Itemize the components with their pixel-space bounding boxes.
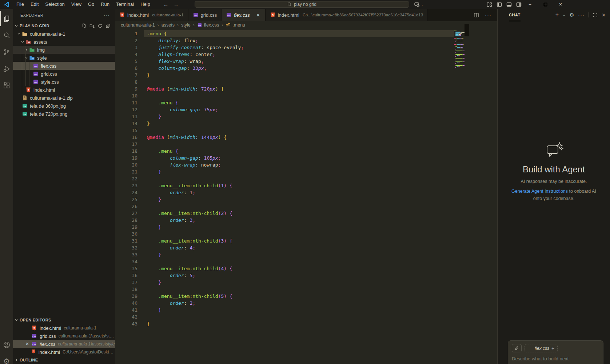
tree-item-flex-css[interactable]: cssflex.css: [13, 62, 115, 70]
copilot-menu[interactable]: ⌄: [414, 0, 424, 9]
chat-input-box[interactable]: flex.css + Describe what to build next A…: [508, 340, 603, 364]
css-file-icon: css: [193, 12, 199, 18]
code-line: 13 }: [115, 113, 497, 120]
editor-more-actions-icon[interactable]: ···: [485, 12, 491, 18]
activity-bar: ⚙: [0, 9, 13, 364]
code-line: 33 }: [115, 251, 497, 258]
outline-header[interactable]: OUTLINE: [13, 356, 115, 364]
scrollbar-thumb[interactable]: [465, 24, 469, 36]
minimap[interactable]: [454, 31, 471, 78]
indent-guide: [22, 70, 22, 78]
menu-terminal[interactable]: Terminal: [113, 0, 137, 9]
close-editor-icon[interactable]: ✕: [25, 341, 30, 347]
explorer-icon[interactable]: [0, 11, 13, 26]
code-line: 29 }: [115, 224, 497, 231]
menubar: FileEditSelectionViewGoRunTerminalHelp: [13, 0, 154, 9]
nav-back-icon[interactable]: ←: [163, 1, 168, 7]
menu-help[interactable]: Help: [137, 0, 154, 9]
close-tab-icon[interactable]: ✕: [256, 12, 261, 18]
minimap-line: [459, 59, 460, 60]
tab-chat[interactable]: CHAT: [509, 9, 521, 21]
open-editor-index-html[interactable]: 5index.htmlculturama-aula-1: [13, 324, 115, 332]
open-editor-index-html[interactable]: 5index.htmlC:\Users\Augusto\Desktop\Alur…: [13, 348, 115, 356]
breadcrumb-item-assets[interactable]: assets: [162, 23, 175, 28]
extensions-icon[interactable]: [0, 78, 13, 93]
tree-item-style[interactable]: style: [13, 54, 115, 62]
toggle-panel-bottom-icon[interactable]: [506, 2, 512, 7]
account-icon[interactable]: [0, 337, 13, 352]
code-line: 14}: [115, 120, 497, 127]
maximize-button[interactable]: [538, 0, 553, 9]
html-file-icon: 5: [31, 349, 36, 354]
menu-view[interactable]: View: [68, 0, 85, 9]
search-sidebar-icon[interactable]: [0, 28, 13, 43]
tree-item-culturama-aula-1[interactable]: culturama-aula-1: [13, 30, 115, 38]
menu-file[interactable]: File: [13, 0, 27, 9]
tree-item-style-css[interactable]: cssstyle.css: [13, 78, 115, 86]
command-center-search[interactable]: play no grid: [195, 1, 409, 8]
breadcrumb-item-style[interactable]: style: [181, 23, 191, 28]
explorer-more-actions-icon[interactable]: ···: [104, 12, 110, 18]
attach-context-button[interactable]: [512, 344, 522, 352]
menu-edit[interactable]: Edit: [27, 0, 42, 9]
chevron-down-icon: [16, 32, 22, 36]
toggle-sidebar-left-icon[interactable]: [497, 2, 502, 7]
refresh-icon[interactable]: [97, 23, 103, 28]
tree-item-tela-de-720px-png[interactable]: tela de 720px.png: [13, 110, 115, 118]
code-line: 11 .menu {: [115, 99, 497, 106]
customize-layout-icon[interactable]: [487, 2, 492, 7]
tab-flex-css[interactable]: cssflex.css✕: [222, 9, 265, 21]
chevron-down-icon[interactable]: ⌄: [563, 13, 566, 17]
breadcrumb-item-culturama-aula-1[interactable]: culturama-aula-1: [121, 23, 155, 28]
tree-item-culturama-aula-1-zip[interactable]: culturama-aula-1.zip: [13, 94, 115, 102]
tree-item-assets[interactable]: assets: [13, 38, 115, 46]
new-folder-icon[interactable]: [89, 23, 95, 28]
toggle-sidebar-right-icon[interactable]: [516, 2, 522, 7]
new-file-icon[interactable]: [81, 23, 87, 28]
tree-item-label: style.css: [41, 79, 59, 85]
minimap-line: [454, 69, 454, 69]
open-editor-grid-css[interactable]: cssgrid.cssculturama-aula-1\assets\style: [13, 332, 115, 340]
open-editors-header[interactable]: OPEN EDITORS: [13, 316, 115, 324]
breadcrumb-item-flex-css[interactable]: cssflex.css: [197, 23, 219, 28]
open-editor-name: index.html: [39, 349, 60, 355]
menu-go[interactable]: Go: [85, 0, 97, 9]
collapse-all-icon[interactable]: [105, 23, 111, 28]
split-editor-icon[interactable]: [474, 12, 479, 18]
close-window-button[interactable]: ✕: [553, 0, 568, 9]
menu-selection[interactable]: Selection: [42, 0, 68, 9]
line-number: 13: [115, 113, 137, 120]
run-debug-icon[interactable]: [0, 61, 13, 76]
tab-grid-css[interactable]: cssgrid.css: [188, 9, 222, 21]
minimap-line: [463, 38, 463, 39]
chat-input-placeholder[interactable]: Describe what to build next: [512, 356, 599, 361]
maximize-panel-icon[interactable]: [593, 13, 598, 17]
minimap-line: [464, 65, 465, 66]
chat-settings-gear-icon[interactable]: ⚙: [570, 12, 574, 18]
tree-item-grid-css[interactable]: cssgrid.css: [13, 70, 115, 78]
tree-item-tela-de-360px-jpg[interactable]: tela de 360px.jpg: [13, 102, 115, 110]
source-control-icon[interactable]: [0, 44, 13, 60]
tree-section-header[interactable]: PLAY NO GRID: [13, 22, 115, 30]
new-chat-icon[interactable]: +: [555, 12, 559, 18]
code-line: 43}: [115, 320, 497, 327]
tree-item-label: grid.css: [41, 71, 57, 77]
open-editor-flex-css[interactable]: ✕cssflex.cssculturama-aula-1\assets\styl…: [13, 340, 115, 348]
tab-index-html[interactable]: 5index.htmlC:\...\culturama-e8b36aa56793…: [266, 9, 428, 21]
nav-forward-icon[interactable]: →: [174, 1, 179, 7]
indent-guide: [22, 46, 22, 54]
context-chip-flexcss[interactable]: flex.css +: [525, 344, 558, 352]
minimap-line: [463, 58, 464, 59]
minimap-line: [462, 38, 463, 39]
chat-more-actions-icon[interactable]: ···: [578, 12, 585, 18]
tab-index-html[interactable]: 5index.htmlculturama-aula-1: [115, 9, 188, 21]
code-editor[interactable]: 1.menu {2 display: flex;3 justify-conten…: [115, 29, 497, 364]
generate-agent-instructions-link[interactable]: Generate Agent Instructions: [511, 189, 568, 194]
settings-gear-icon[interactable]: ⚙: [0, 354, 13, 364]
tree-item-index-html[interactable]: 5index.html: [13, 86, 115, 94]
breadcrumb-item--menu[interactable]: .menu: [226, 23, 245, 28]
minimize-button[interactable]: –: [522, 0, 538, 9]
tree-item-img[interactable]: img: [13, 46, 115, 54]
menu-run[interactable]: Run: [97, 0, 113, 9]
close-panel-icon[interactable]: ✕: [602, 12, 606, 18]
